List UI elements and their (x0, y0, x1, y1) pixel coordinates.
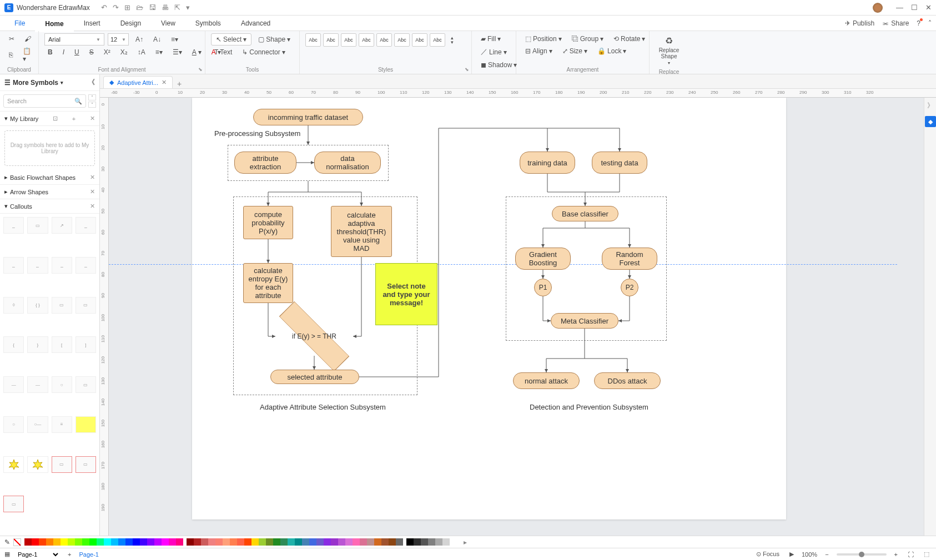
replace-shape-button[interactable]: ♻ Replace Shape▾ (655, 33, 683, 68)
callout-shape[interactable]: ↗ (52, 217, 72, 234)
style-preset-8[interactable]: Abc (430, 33, 445, 47)
callout-burst-shape[interactable] (3, 456, 24, 473)
style-preset-4[interactable]: Abc (359, 33, 374, 47)
node-compute-prob[interactable]: compute probability P(x/y) (243, 206, 293, 239)
collapse-ribbon-icon[interactable]: ˄ (928, 19, 932, 27)
color-swatch[interactable] (244, 538, 251, 546)
color-swatch[interactable] (208, 538, 215, 546)
color-swatch[interactable] (176, 538, 183, 546)
line-button[interactable]: ／ Line▾ (477, 46, 510, 58)
color-swatch[interactable] (259, 538, 266, 546)
color-swatch[interactable] (367, 538, 374, 546)
callouts-section[interactable]: ▾ Callouts✕ (0, 199, 99, 214)
color-swatch[interactable] (75, 538, 82, 546)
font-size-select[interactable]: 12▼ (108, 33, 129, 46)
maximize-icon[interactable]: ☐ (911, 3, 918, 12)
text-height-icon[interactable]: ↕A (134, 47, 149, 58)
node-incoming[interactable]: incomming traffic dataset (253, 109, 363, 125)
menu-insert[interactable]: Insert (74, 16, 110, 31)
callout-shape[interactable]: ◊ (3, 297, 24, 314)
eyedropper-icon[interactable]: ✎ (4, 538, 10, 546)
color-swatch[interactable] (338, 538, 345, 546)
color-swatch[interactable] (414, 538, 421, 546)
superscript-icon[interactable]: X² (100, 47, 114, 58)
color-swatch[interactable] (32, 538, 39, 546)
line-spacing-icon[interactable]: ≡▾ (152, 47, 166, 58)
color-swatch[interactable] (104, 538, 111, 546)
symbol-search-input[interactable]: Search🔍 (3, 94, 86, 108)
node-decision[interactable]: if E(y) > = THR (275, 317, 353, 356)
presentation-icon[interactable]: ▶ (787, 551, 796, 558)
subscript-icon[interactable]: X₂ (117, 47, 131, 58)
color-swatch[interactable] (201, 538, 208, 546)
color-swatch[interactable] (396, 538, 403, 546)
style-preset-2[interactable]: Abc (323, 33, 339, 47)
color-swatch[interactable] (288, 538, 295, 546)
menu-advanced[interactable]: Advanced (231, 16, 280, 31)
strike-icon[interactable]: S (86, 47, 97, 58)
italic-icon[interactable]: I (59, 47, 68, 58)
callout-shape[interactable]: ▭ (76, 376, 96, 393)
node-base[interactable]: Base classifier (552, 206, 618, 221)
rotate-button[interactable]: ⟲ Rotate▾ (610, 33, 648, 44)
undo-icon[interactable]: ↶ (101, 3, 107, 12)
node-attr-ext[interactable]: attribute extraction (234, 152, 296, 174)
lib-close-icon[interactable]: ✕ (90, 115, 95, 122)
node-data-norm[interactable]: data normalisation (314, 152, 381, 174)
copy-icon[interactable]: ⎘ (6, 49, 16, 60)
search-icon[interactable]: 🔍 (74, 98, 82, 105)
color-swatch[interactable] (324, 538, 331, 546)
color-swatch[interactable] (111, 538, 118, 546)
decrease-font-icon[interactable]: A↓ (150, 34, 164, 45)
callout-shape[interactable]: { } (27, 297, 48, 314)
color-swatch[interactable] (389, 538, 396, 546)
callout-shape[interactable]: ⎯ (27, 257, 48, 274)
color-swatch[interactable] (194, 538, 201, 546)
menu-home[interactable]: Home (35, 16, 73, 32)
text-tool[interactable]: T Text (211, 47, 235, 58)
node-rf[interactable]: Random Forest (602, 248, 657, 270)
color-swatch[interactable] (187, 538, 194, 546)
style-preset-1[interactable]: Abc (305, 33, 321, 47)
color-swatch[interactable] (309, 538, 316, 546)
text-style-icon[interactable]: A▾ (189, 47, 205, 58)
callout-shape[interactable]: — (27, 376, 48, 393)
callout-burst-shape[interactable] (27, 456, 48, 473)
color-swatch[interactable] (353, 538, 360, 546)
arrow-shapes-section[interactable]: ▸ Arrow Shapes✕ (0, 185, 99, 199)
section-close-icon[interactable]: ✕ (90, 203, 95, 210)
style-preset-5[interactable]: Abc (376, 33, 392, 47)
callout-shape[interactable]: [ (52, 336, 72, 353)
node-p2[interactable]: P2 (621, 279, 638, 296)
color-swatch[interactable] (24, 538, 32, 546)
sticky-note[interactable]: Select note and type your message! (375, 263, 437, 325)
callout-shape[interactable]: ▭ (52, 297, 72, 314)
color-swatch[interactable] (118, 538, 125, 546)
fit-page-icon[interactable]: ⛶ (905, 551, 916, 558)
color-swatch[interactable] (147, 538, 154, 546)
lock-button[interactable]: 🔒 Lock▾ (594, 46, 630, 57)
callout-shape[interactable]: ○ (52, 376, 72, 393)
group-button[interactable]: ⿻ Group▾ (568, 33, 607, 44)
shape-tool[interactable]: ▢ Shape ▾ (255, 34, 294, 45)
cut-icon[interactable]: ✂ (6, 33, 18, 44)
library-drop-zone[interactable]: Drag symbols here to add to My Library (4, 130, 95, 166)
font-family-select[interactable]: Arial▼ (44, 33, 104, 46)
color-swatch[interactable] (61, 538, 68, 546)
color-swatch[interactable] (215, 538, 223, 546)
color-swatch[interactable] (169, 538, 176, 546)
color-scroll-icon[interactable]: ▸ (464, 538, 467, 546)
color-swatch[interactable] (450, 538, 457, 546)
focus-button[interactable]: ⊙ Focus (754, 551, 782, 558)
node-p1[interactable]: P1 (534, 279, 552, 296)
lib-add-icon[interactable]: + (72, 115, 76, 122)
zoom-slider[interactable] (837, 553, 887, 556)
color-swatch[interactable] (302, 538, 309, 546)
qat-more-icon[interactable]: ▾ (186, 3, 190, 12)
align-button[interactable]: ⊟ Align▾ (522, 46, 556, 57)
style-gallery-more[interactable]: ▴▾ (447, 34, 457, 46)
callout-shape[interactable]: ▭ (76, 456, 96, 473)
add-page-icon[interactable]: + (66, 551, 73, 558)
section-close-icon[interactable]: ✕ (90, 174, 95, 181)
color-swatch[interactable] (162, 538, 169, 546)
